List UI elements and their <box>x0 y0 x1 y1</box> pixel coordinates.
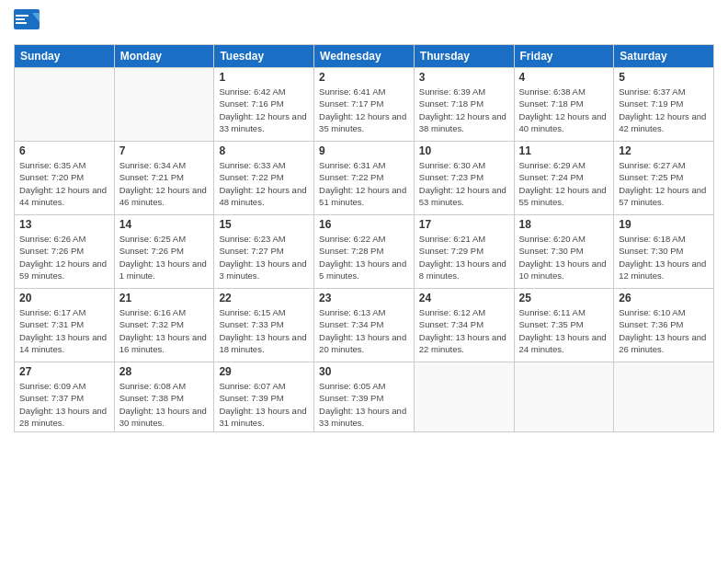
day-info: Sunrise: 6:20 AM Sunset: 7:30 PM Dayligh… <box>519 233 609 282</box>
calendar-cell <box>514 362 614 432</box>
day-number: 25 <box>519 292 609 304</box>
calendar-table: SundayMondayTuesdayWednesdayThursdayFrid… <box>14 44 714 432</box>
day-info: Sunrise: 6:42 AM Sunset: 7:16 PM Dayligh… <box>219 86 309 134</box>
day-number: 23 <box>319 292 409 304</box>
day-number: 16 <box>319 218 409 231</box>
calendar-cell: 14Sunrise: 6:25 AM Sunset: 7:26 PM Dayli… <box>114 215 214 289</box>
day-info: Sunrise: 6:39 AM Sunset: 7:18 PM Dayligh… <box>419 86 509 134</box>
calendar-cell: 19Sunrise: 6:18 AM Sunset: 7:30 PM Dayli… <box>614 215 714 289</box>
calendar-cell: 17Sunrise: 6:21 AM Sunset: 7:29 PM Dayli… <box>414 215 514 289</box>
day-number: 6 <box>19 144 109 157</box>
day-info: Sunrise: 6:29 AM Sunset: 7:24 PM Dayligh… <box>519 159 609 208</box>
calendar-cell: 28Sunrise: 6:08 AM Sunset: 7:38 PM Dayli… <box>114 362 214 432</box>
day-number: 20 <box>19 292 109 304</box>
calendar-cell: 29Sunrise: 6:07 AM Sunset: 7:39 PM Dayli… <box>214 362 314 432</box>
day-number: 11 <box>519 144 609 157</box>
day-info: Sunrise: 6:34 AM Sunset: 7:21 PM Dayligh… <box>119 159 210 208</box>
day-number: 22 <box>219 292 309 304</box>
day-number: 19 <box>619 218 709 231</box>
day-info: Sunrise: 6:12 AM Sunset: 7:34 PM Dayligh… <box>419 306 509 355</box>
day-number: 14 <box>119 218 210 231</box>
day-number: 29 <box>219 365 309 378</box>
day-number: 7 <box>119 144 210 157</box>
calendar-cell <box>614 362 714 432</box>
calendar-cell: 4Sunrise: 6:38 AM Sunset: 7:18 PM Daylig… <box>514 68 614 142</box>
calendar-cell: 9Sunrise: 6:31 AM Sunset: 7:22 PM Daylig… <box>314 142 415 215</box>
day-info: Sunrise: 6:41 AM Sunset: 7:17 PM Dayligh… <box>319 86 409 134</box>
day-number: 5 <box>619 71 709 84</box>
weekday-header-tuesday: Tuesday <box>214 45 314 68</box>
calendar-cell: 8Sunrise: 6:33 AM Sunset: 7:22 PM Daylig… <box>214 142 314 215</box>
svg-rect-4 <box>16 22 27 24</box>
calendar-week-4: 20Sunrise: 6:17 AM Sunset: 7:31 PM Dayli… <box>15 289 714 362</box>
day-number: 12 <box>619 144 709 157</box>
calendar-cell: 27Sunrise: 6:09 AM Sunset: 7:37 PM Dayli… <box>15 362 115 432</box>
calendar-cell: 3Sunrise: 6:39 AM Sunset: 7:18 PM Daylig… <box>414 68 514 142</box>
day-info: Sunrise: 6:07 AM Sunset: 7:39 PM Dayligh… <box>219 380 309 429</box>
calendar-cell: 25Sunrise: 6:11 AM Sunset: 7:35 PM Dayli… <box>514 289 614 362</box>
svg-rect-3 <box>16 18 25 20</box>
day-number: 26 <box>619 292 709 304</box>
calendar-week-2: 6Sunrise: 6:35 AM Sunset: 7:20 PM Daylig… <box>15 142 714 215</box>
calendar-cell: 12Sunrise: 6:27 AM Sunset: 7:25 PM Dayli… <box>614 142 714 215</box>
calendar-cell: 7Sunrise: 6:34 AM Sunset: 7:21 PM Daylig… <box>114 142 214 215</box>
calendar-cell: 13Sunrise: 6:26 AM Sunset: 7:26 PM Dayli… <box>15 215 115 289</box>
calendar-cell <box>15 68 115 142</box>
calendar-cell: 23Sunrise: 6:13 AM Sunset: 7:34 PM Dayli… <box>314 289 415 362</box>
day-number: 8 <box>219 144 309 157</box>
weekday-header-thursday: Thursday <box>414 45 514 68</box>
day-number: 4 <box>519 71 609 84</box>
day-number: 3 <box>419 71 509 84</box>
calendar-week-5: 27Sunrise: 6:09 AM Sunset: 7:37 PM Dayli… <box>15 362 714 432</box>
svg-rect-2 <box>16 15 28 17</box>
day-number: 18 <box>519 218 609 231</box>
calendar-cell: 5Sunrise: 6:37 AM Sunset: 7:19 PM Daylig… <box>614 68 714 142</box>
logo <box>14 9 45 37</box>
day-number: 24 <box>419 292 509 304</box>
day-info: Sunrise: 6:35 AM Sunset: 7:20 PM Dayligh… <box>19 159 109 208</box>
day-info: Sunrise: 6:15 AM Sunset: 7:33 PM Dayligh… <box>219 306 309 355</box>
calendar-cell: 1Sunrise: 6:42 AM Sunset: 7:16 PM Daylig… <box>214 68 314 142</box>
day-info: Sunrise: 6:38 AM Sunset: 7:18 PM Dayligh… <box>519 86 609 134</box>
day-info: Sunrise: 6:25 AM Sunset: 7:26 PM Dayligh… <box>119 233 210 282</box>
weekday-header-wednesday: Wednesday <box>314 45 415 68</box>
day-info: Sunrise: 6:05 AM Sunset: 7:39 PM Dayligh… <box>319 380 409 429</box>
weekday-header-monday: Monday <box>114 45 214 68</box>
logo-icon <box>14 9 41 37</box>
day-info: Sunrise: 6:33 AM Sunset: 7:22 PM Dayligh… <box>219 159 309 208</box>
day-number: 10 <box>419 144 509 157</box>
day-info: Sunrise: 6:21 AM Sunset: 7:29 PM Dayligh… <box>419 233 509 282</box>
day-number: 17 <box>419 218 509 231</box>
calendar-cell: 16Sunrise: 6:22 AM Sunset: 7:28 PM Dayli… <box>314 215 415 289</box>
day-number: 28 <box>119 365 210 378</box>
day-number: 1 <box>219 71 309 84</box>
day-info: Sunrise: 6:08 AM Sunset: 7:38 PM Dayligh… <box>119 380 210 429</box>
day-info: Sunrise: 6:23 AM Sunset: 7:27 PM Dayligh… <box>219 233 309 282</box>
calendar-cell: 20Sunrise: 6:17 AM Sunset: 7:31 PM Dayli… <box>15 289 115 362</box>
day-info: Sunrise: 6:13 AM Sunset: 7:34 PM Dayligh… <box>319 306 409 355</box>
day-number: 27 <box>19 365 109 378</box>
calendar-cell: 30Sunrise: 6:05 AM Sunset: 7:39 PM Dayli… <box>314 362 415 432</box>
day-info: Sunrise: 6:09 AM Sunset: 7:37 PM Dayligh… <box>19 380 109 429</box>
day-info: Sunrise: 6:26 AM Sunset: 7:26 PM Dayligh… <box>19 233 109 282</box>
day-info: Sunrise: 6:37 AM Sunset: 7:19 PM Dayligh… <box>619 86 709 134</box>
day-info: Sunrise: 6:11 AM Sunset: 7:35 PM Dayligh… <box>519 306 609 355</box>
day-info: Sunrise: 6:17 AM Sunset: 7:31 PM Dayligh… <box>19 306 109 355</box>
calendar-cell: 10Sunrise: 6:30 AM Sunset: 7:23 PM Dayli… <box>414 142 514 215</box>
calendar-cell: 2Sunrise: 6:41 AM Sunset: 7:17 PM Daylig… <box>314 68 415 142</box>
calendar-cell <box>414 362 514 432</box>
calendar-week-1: 1Sunrise: 6:42 AM Sunset: 7:16 PM Daylig… <box>15 68 714 142</box>
header <box>14 9 714 37</box>
day-number: 15 <box>219 218 309 231</box>
weekday-header-sunday: Sunday <box>15 45 115 68</box>
calendar-cell: 18Sunrise: 6:20 AM Sunset: 7:30 PM Dayli… <box>514 215 614 289</box>
day-number: 9 <box>319 144 409 157</box>
calendar-cell: 22Sunrise: 6:15 AM Sunset: 7:33 PM Dayli… <box>214 289 314 362</box>
weekday-header-friday: Friday <box>514 45 614 68</box>
page: SundayMondayTuesdayWednesdayThursdayFrid… <box>0 0 728 563</box>
day-number: 13 <box>19 218 109 231</box>
day-info: Sunrise: 6:18 AM Sunset: 7:30 PM Dayligh… <box>619 233 709 282</box>
calendar-cell: 24Sunrise: 6:12 AM Sunset: 7:34 PM Dayli… <box>414 289 514 362</box>
day-number: 21 <box>119 292 210 304</box>
day-info: Sunrise: 6:16 AM Sunset: 7:32 PM Dayligh… <box>119 306 210 355</box>
